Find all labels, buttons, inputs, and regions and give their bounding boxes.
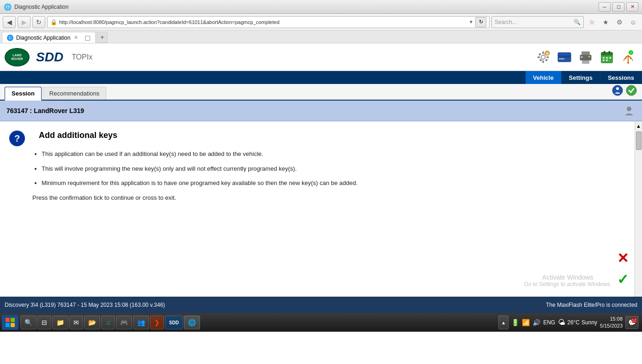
tab-close-button[interactable]: ✕ [73,35,79,41]
minimize-button[interactable]: ─ [599,2,611,12]
settings-icon-button[interactable]: ⚙ [534,48,552,66]
card-icon-button[interactable] [555,48,574,66]
svg-rect-21 [604,51,606,53]
nav-item-vehicle[interactable]: Vehicle [526,71,562,84]
smiley-icon[interactable]: ☺ [627,16,639,28]
tab-bar: D Diagnostic Application ✕ ◻ + [0,30,642,43]
weather-info: 🌤 26°C Sunny [558,318,597,327]
active-tab[interactable]: D Diagnostic Application ✕ ◻ [2,32,96,43]
question-mark-icon: ? [9,131,25,146]
app1-icon: 🎮 [120,319,128,326]
bookmark-star-icon[interactable]: ★ [600,16,612,28]
svg-rect-25 [609,57,611,59]
secondary-nav: Session Recommendations [0,84,642,101]
calendar-icon-button[interactable] [598,48,616,66]
browser-bar: ◀ ▶ ↻ 🔒 http://localhost:8080/pagmcp_lau… [0,14,642,30]
content-panel: ? Add additional keys This application c… [0,121,635,297]
search-bar[interactable]: Search... 🔍 [491,16,584,28]
svg-rect-23 [603,57,605,59]
status-left-text: Discovery 3\4 (L319) 763147 - 15 May 202… [5,302,165,308]
notification-button[interactable]: 💬 12 [625,316,638,329]
svg-point-32 [616,87,619,90]
cancel-cross-button[interactable]: ✕ [614,250,631,266]
logo-area: LANDROVER SDD TOPIx [5,48,92,66]
svg-point-34 [627,107,631,111]
nav-item-sessions[interactable]: Sessions [600,71,642,84]
title-bar-left: 🌐 Diagnostic Application [4,3,68,11]
close-button[interactable]: ✕ [626,2,638,12]
favorites-icon[interactable]: ☆ [586,16,598,28]
taskbar-folder-button[interactable]: 📂 [84,316,100,329]
taskbar-tool-button[interactable]: ❯ [150,316,164,329]
svg-text:✓: ✓ [630,51,633,55]
svg-rect-27 [606,60,608,61]
sdd-logo: SDD [36,50,63,65]
taskbar-explorer-button[interactable]: 📁 [52,316,68,329]
new-tab-button[interactable]: + [97,32,108,43]
browser-taskbar-icon: 🌐 [188,319,196,326]
svg-point-28 [627,62,629,64]
svg-rect-1 [542,51,544,54]
taskbar-right: ▲ 🔋 📶 🔊 ENG 🌤 26°C Sunny 15:08 5/15/2023… [498,316,640,330]
back-button[interactable]: ◀ [3,16,16,28]
top-nav: Vehicle Settings Sessions [0,71,642,84]
teamviewer-icon: 👥 [137,319,145,326]
search-placeholder: Search... [495,19,572,25]
nav-item-settings[interactable]: Settings [562,71,600,84]
taskbar-taskview-button[interactable]: ⊟ [37,316,51,329]
restore-button[interactable]: ◻ [612,2,624,12]
svg-rect-3 [538,56,540,58]
address-refresh-icon[interactable]: ↻ [475,17,486,27]
confirm-check-button[interactable]: ✓ [614,271,631,287]
svg-rect-13 [559,58,564,60]
language-label: ENG [543,319,555,326]
taskbar-search-button[interactable]: 🔍 [20,316,36,329]
printer-icon-button[interactable] [576,48,595,66]
content-bullet-list: This application can be used if an addit… [32,149,607,188]
weather-icon: 🌤 [558,318,565,327]
tray-expand-icon: ▲ [501,320,506,325]
refresh-button[interactable]: ↻ [32,16,45,28]
land-rover-logo: LANDROVER [5,48,30,66]
mail-icon: ✉ [73,319,79,326]
app-status-bar: Discovery 3\4 (L319) 763147 - 15 May 202… [0,297,642,313]
tab-restore-icon[interactable]: ◻ [85,33,91,42]
svg-rect-2 [542,60,544,63]
status-right-text: The MaxiFlash Elite/Pro is connected [546,302,637,308]
taskbar-search-icon: 🔍 [24,319,32,326]
taskbar-app1-button[interactable]: 🎮 [116,316,132,329]
address-bar[interactable]: 🔒 http://localhost:8080/pagmcp_launch.ac… [47,16,490,28]
taskbar-browser-button[interactable]: 🌐 [184,316,200,329]
taskbar-sdd-button[interactable]: SDD [165,316,183,329]
search-icon[interactable]: 🔍 [574,19,581,25]
main-area: ? Add additional keys This application c… [0,121,642,297]
tab-session[interactable]: Session [5,87,42,101]
clock-date: 5/15/2023 [600,322,623,329]
volume-icon: 🔊 [533,319,540,326]
start-button[interactable] [2,315,18,330]
taskbar-teamviewer-button[interactable]: 👥 [133,316,149,329]
footer-instruction: Press the confirmation tick to continue … [32,194,607,201]
svg-rect-16 [582,60,589,64]
bullet-item-3: Minimum requirement for this application… [42,179,607,188]
windows-logo [6,318,15,327]
svg-rect-26 [603,60,605,61]
tray-expand-button[interactable]: ▲ [498,316,509,329]
forward-button[interactable]: ▶ [18,16,30,28]
nav-icon-2[interactable] [625,84,637,98]
signal-icon-button[interactable]: ✓ [619,48,637,66]
taskbar-spotify-button[interactable]: ♫ [101,316,115,329]
content-scrollbar[interactable]: ▲ [635,121,642,297]
settings-gear-icon[interactable]: ⚙ [613,16,625,28]
scroll-up-button[interactable]: ▲ [635,122,642,130]
address-dropdown-icon[interactable]: ▼ [469,19,473,24]
weather-temp: 26°C [567,319,580,326]
nav-tabs: Session Recommendations [5,86,107,100]
svg-rect-20 [601,52,613,55]
notification-badge: 12 [631,317,637,323]
nav-icon-1[interactable] [612,84,624,98]
scroll-thumb[interactable] [636,131,642,150]
tab-recommendations[interactable]: Recommendations [42,87,106,100]
taskbar-mail-button[interactable]: ✉ [69,316,83,329]
bullet-item-1: This application can be used if an addit… [42,149,607,159]
